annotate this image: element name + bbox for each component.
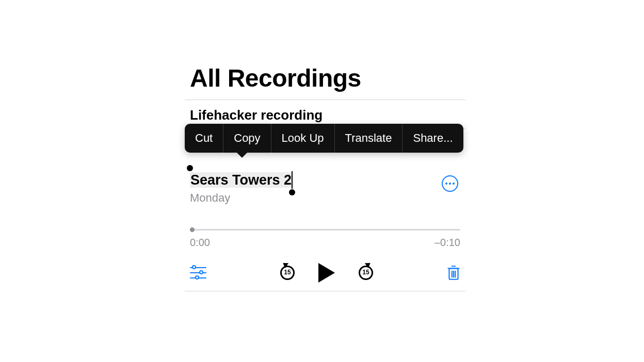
skip-back-button[interactable]: 15 bbox=[279, 265, 296, 281]
sliders-icon bbox=[190, 267, 206, 279]
menu-caret-icon bbox=[236, 152, 248, 158]
remaining-time-label: –0:10 bbox=[434, 237, 460, 249]
delete-button[interactable] bbox=[447, 265, 460, 281]
selection-handle-start-icon[interactable] bbox=[187, 165, 193, 171]
slider-thumb-icon[interactable] bbox=[190, 227, 195, 232]
ellipsis-icon bbox=[445, 183, 455, 185]
play-icon bbox=[318, 263, 335, 283]
menu-item-lookup[interactable]: Look Up bbox=[271, 124, 334, 153]
skip-amount-label: 15 bbox=[358, 269, 374, 276]
playback-slider[interactable] bbox=[190, 227, 460, 232]
menu-item-share[interactable]: Share... bbox=[403, 124, 463, 153]
playback-times: 0:00 –0:10 bbox=[190, 237, 460, 249]
text-context-menu: Cut Copy Look Up Translate Share... bbox=[185, 124, 463, 153]
recording-title-text[interactable]: Sears Towers 2 bbox=[190, 172, 292, 188]
recordings-panel: All Recordings Lifehacker recording Cut … bbox=[185, 64, 465, 291]
skip-amount-label: 15 bbox=[279, 269, 296, 276]
menu-item-copy[interactable]: Copy bbox=[223, 124, 270, 153]
recording-title-editable[interactable]: Sears Towers 2 bbox=[190, 172, 292, 188]
skip-back-15-icon: 15 bbox=[279, 265, 296, 281]
recording-row-selected: Sears Towers 2 Monday bbox=[185, 159, 465, 210]
playback-settings-button[interactable] bbox=[190, 267, 206, 279]
play-button[interactable] bbox=[318, 263, 335, 283]
recording-title-previous: Lifehacker recording bbox=[190, 107, 460, 123]
divider bbox=[185, 291, 465, 291]
text-caret-icon bbox=[292, 171, 293, 189]
slider-track bbox=[190, 229, 460, 231]
elapsed-time-label: 0:00 bbox=[190, 237, 210, 249]
skip-forward-button[interactable]: 15 bbox=[358, 265, 374, 281]
trash-icon bbox=[447, 265, 460, 281]
selection-handle-end-icon[interactable] bbox=[289, 189, 295, 195]
page-title: All Recordings bbox=[185, 64, 465, 100]
menu-item-cut[interactable]: Cut bbox=[185, 124, 223, 153]
menu-item-translate[interactable]: Translate bbox=[335, 124, 403, 153]
recording-date-label: Monday bbox=[190, 191, 460, 205]
more-options-button[interactable] bbox=[442, 175, 458, 192]
skip-forward-15-icon: 15 bbox=[358, 265, 374, 281]
playback-controls: 15 15 bbox=[190, 263, 460, 283]
